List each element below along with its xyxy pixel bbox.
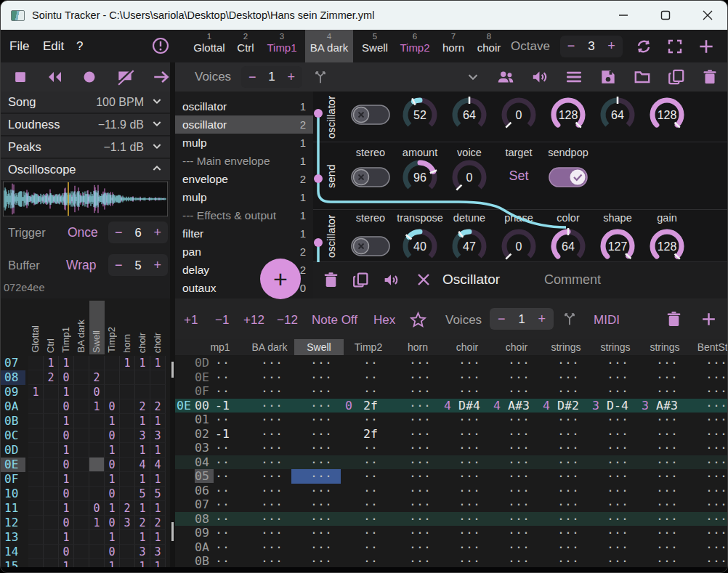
order-cell[interactable] — [28, 516, 44, 530]
order-cell[interactable]: 1 — [59, 414, 74, 428]
unit-list-item-oscillator[interactable]: oscillator2 — [175, 115, 313, 134]
section-row-peaks[interactable]: Peaks−1.1 dB — [1, 137, 170, 158]
pattern-cell[interactable]: ··· — [588, 413, 637, 427]
panel-divider-top[interactable] — [170, 62, 175, 298]
pattern-cell[interactable]: ··· — [538, 526, 588, 540]
pattern-cell[interactable]: 4D#4 — [440, 399, 489, 413]
pattern-cell[interactable]: ··· — [440, 554, 489, 567]
pattern-cell[interactable]: ··· — [242, 441, 291, 455]
pattern-cell[interactable]: ··· — [242, 540, 291, 555]
minimize-button[interactable] — [602, 1, 644, 30]
pattern-cell[interactable]: ··· — [538, 497, 588, 512]
order-cell[interactable]: 0 — [59, 428, 74, 443]
copy-unit-icon[interactable] — [352, 271, 370, 292]
pattern-cell[interactable]: ··· — [538, 356, 588, 370]
pattern-cell[interactable]: ··· — [538, 512, 588, 527]
track-header-mp1[interactable]: mp1 — [195, 339, 245, 355]
order-cell[interactable] — [74, 516, 89, 530]
order-cell[interactable]: 2 — [89, 370, 105, 385]
order-cell[interactable] — [44, 530, 59, 545]
order-cell[interactable]: 0 — [89, 385, 105, 399]
close-button[interactable] — [687, 1, 728, 30]
pattern-cell[interactable]: ··· — [242, 497, 291, 512]
pattern-cell[interactable]: ··· — [440, 356, 489, 370]
order-cell[interactable] — [150, 385, 166, 399]
order-cell[interactable]: 2 — [150, 399, 166, 414]
order-cell[interactable] — [89, 559, 105, 567]
order-cell[interactable]: 5 — [135, 487, 150, 501]
unit-list-item-pan[interactable]: pan2 — [175, 243, 313, 261]
pattern-cell[interactable]: ··· — [440, 484, 489, 498]
order-cell[interactable] — [120, 487, 135, 501]
order-cell[interactable]: 0 — [105, 516, 120, 530]
track-header-choir[interactable]: choir — [442, 339, 492, 355]
order-cell[interactable] — [28, 472, 44, 487]
order-cell[interactable] — [74, 385, 89, 399]
pattern-cell[interactable]: ··· — [687, 554, 728, 567]
pattern-cell[interactable]: ··· — [390, 356, 440, 370]
order-cell[interactable] — [120, 443, 135, 458]
order-cell[interactable]: 2 — [135, 399, 150, 414]
disable-unit-x-icon[interactable] — [415, 271, 432, 291]
section-row-oscilloscope[interactable]: Oscilloscope — [1, 159, 170, 181]
copy-icon[interactable] — [667, 68, 686, 86]
pattern-cell[interactable]: ··· — [588, 370, 637, 385]
pattern-cell[interactable]: ··· — [538, 384, 588, 399]
order-cell[interactable]: 1 — [150, 414, 166, 428]
alert-icon[interactable] — [151, 36, 170, 55]
order-cell[interactable] — [89, 428, 105, 443]
pattern-cell[interactable]: ·· — [341, 356, 390, 370]
order-cell[interactable]: 1 — [59, 559, 74, 567]
order-column-header-timp1[interactable]: Timp1 — [59, 301, 74, 354]
order-cell[interactable] — [44, 385, 59, 399]
track-header-ba-dark[interactable]: BA dark — [245, 339, 294, 355]
pattern-cell[interactable]: ··· — [588, 384, 637, 399]
order-cell[interactable] — [44, 414, 59, 428]
knob-param[interactable]: 0 — [499, 95, 538, 137]
pattern-cell[interactable]: ··· — [390, 526, 440, 540]
pattern-cell[interactable]: ··· — [489, 384, 538, 399]
pattern-cell[interactable]: ·· — [193, 370, 242, 385]
pattern-cell[interactable]: ··· — [637, 469, 687, 484]
scrollbar-thumb[interactable] — [171, 522, 174, 541]
pattern-cell[interactable]: ··· — [242, 512, 291, 527]
octave-minus-button[interactable]: − — [567, 38, 575, 54]
scrollbar-thumb[interactable] — [171, 362, 174, 378]
order-cell[interactable]: 0 — [105, 487, 120, 501]
pattern-cell[interactable]: ··· — [489, 484, 538, 498]
pattern-cell[interactable]: ··· — [538, 413, 588, 427]
tab-instrument-swell[interactable]: 5Swell — [355, 30, 395, 62]
track-header-choir[interactable]: choir — [492, 339, 541, 355]
section-row-loudness[interactable]: Loudness−11.9 dB — [1, 114, 170, 136]
pattern-cell[interactable]: ··· — [687, 384, 728, 399]
pattern-voices-minus[interactable]: − — [498, 312, 506, 327]
pattern-cell[interactable]: 4D#2 — [538, 399, 588, 413]
order-cell[interactable] — [89, 472, 105, 487]
order-cell[interactable]: 0 — [105, 399, 120, 414]
pattern-cell[interactable]: ·· — [193, 441, 242, 455]
record-icon[interactable] — [81, 68, 98, 86]
order-cell[interactable] — [120, 428, 135, 443]
order-cell[interactable]: 0 — [59, 516, 74, 530]
order-cell[interactable] — [89, 414, 105, 428]
pattern-cell[interactable]: ··· — [637, 526, 687, 540]
order-cell[interactable] — [89, 545, 105, 559]
pattern-cell[interactable]: ··· — [489, 512, 538, 527]
pattern-cell[interactable]: ·· — [193, 356, 242, 370]
order-cell[interactable]: 0 — [59, 399, 74, 414]
order-cell[interactable] — [120, 545, 135, 559]
order-cell[interactable] — [89, 530, 105, 545]
order-cell[interactable]: 1 — [105, 443, 120, 458]
pattern-cell[interactable]: ··· — [390, 497, 440, 512]
pattern-cell[interactable]: ··· — [538, 554, 588, 567]
order-cell[interactable] — [120, 559, 135, 567]
pattern-cell[interactable]: ··· — [291, 384, 341, 399]
pattern-cell[interactable]: ·· — [341, 512, 390, 527]
order-cell[interactable] — [28, 399, 44, 414]
pattern-cell[interactable]: ··· — [687, 413, 728, 427]
panel-divider[interactable] — [170, 298, 175, 567]
pattern-cell[interactable]: ··· — [440, 512, 489, 527]
order-cell[interactable]: 1 — [135, 559, 150, 567]
order-cell[interactable] — [120, 370, 135, 385]
add-unit-button[interactable]: + — [260, 259, 301, 299]
